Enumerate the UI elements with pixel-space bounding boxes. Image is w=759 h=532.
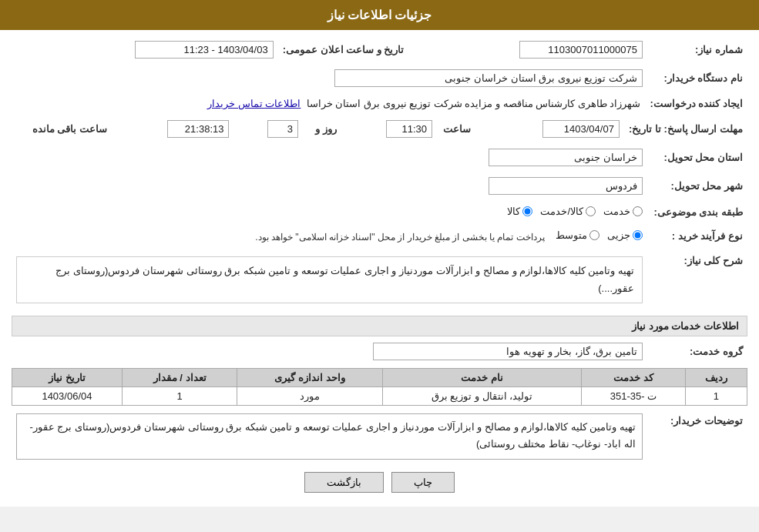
table-row: 1ت -35-351تولید، انتقال و توزیع برقمورد1… (12, 386, 747, 405)
ijadKonande-link[interactable]: اطلاعات تماس خریدار (207, 98, 301, 109)
mohlatRoz-cell: 3 (233, 117, 303, 141)
tabaqe-label: طبقه بندی موضوعی: (647, 202, 747, 222)
noeFarayand-value: جزیی متوسط پرداخت تمام یا بخشی از مبلغ خ… (12, 226, 647, 246)
namDastgah-input: شرکت توزیع نیروی برق استان خراسان جنوبی (334, 69, 643, 87)
sharhKoli-value: تهیه وتامین کلیه کالاها،لوازم و مصالح و … (12, 250, 647, 309)
tabaqe-radio-group: خدمت کالا/خدمت کالا (507, 206, 643, 217)
tarikhSaat-input: 1403/04/03 - 11:23 (135, 41, 274, 59)
noeFarayand-label-jozi: جزیی (607, 229, 630, 241)
info-row-2: نام دستگاه خریدار: شرکت توزیع نیروی برق … (12, 66, 747, 90)
ijadKonande-value: شهرزاد طاهری کارشناس مناقصه و مزایده شرک… (12, 95, 645, 112)
mohlatRoz-input: 3 (267, 120, 298, 138)
grouhKhadamat-label: گروه خدمت: (647, 340, 747, 363)
back-button[interactable]: بازگشت (304, 472, 384, 493)
tozihatKharidar-value: تهیه وتامین کلیه کالاها،لوازم و مصالح و … (12, 410, 647, 463)
mohlatErsal-label: مهلت ارسال پاسخ: تا تاریخ: (624, 117, 747, 141)
sharhKoli-label: شرح کلی نیاز: (647, 250, 747, 309)
mohlatBaqi-label: ساعت باقی مانده (12, 117, 112, 141)
noeFarayand-note: پرداخت تمام یا بخشی از مبلغ خریدار از مح… (255, 232, 544, 243)
namDastgah-label: نام دستگاه خریدار: (647, 66, 747, 90)
noeFarayand-radio-group: جزیی متوسط (556, 229, 643, 241)
tabaqe-label-kala: کالا (507, 206, 520, 217)
noeFarayand-label: نوع فرآیند خرید : (647, 226, 747, 246)
noeFarayand-option-jozi[interactable]: جزیی (607, 229, 643, 241)
mohlatBaqi-cell: 21:38:13 (112, 117, 233, 141)
shahr-value: فردوس (12, 174, 647, 198)
services-table: ردیف کد خدمت نام خدمت واحد اندازه گیری ت… (12, 368, 747, 406)
tabaqe-option-kala[interactable]: کالا (507, 206, 532, 217)
tabaqe-option-khadamat[interactable]: خدمت (603, 206, 643, 217)
mohlatRoz-label: روز و (303, 117, 341, 141)
khadamat-section-title: اطلاعات خدمات مورد نیاز (12, 316, 747, 336)
shahr-label: شهر محل تحویل: (647, 174, 747, 198)
tabaqe-label-khadamat: خدمت (603, 206, 630, 217)
cell-vahed: مورد (237, 386, 382, 405)
tabaqe-radio-kala-khadamat[interactable] (586, 206, 596, 216)
col-radif: ردیف (685, 368, 747, 386)
cell-radif: 1 (685, 386, 747, 405)
col-namKhadamat: نام خدمت (382, 368, 581, 386)
ijadKonande-label: ایجاد کننده درخواست: (645, 95, 747, 112)
page-title: جزئیات اطلاعات نیاز (327, 8, 432, 22)
button-row: چاپ بازگشت (12, 472, 747, 493)
info-row-sharh: شرح کلی نیاز: تهیه وتامین کلیه کالاها،لو… (12, 250, 747, 309)
tabaqe-value: خدمت کالا/خدمت کالا (12, 202, 647, 222)
ostan-label: استان محل تحویل: (647, 146, 747, 169)
ostan-input: خراسان جنوبی (489, 149, 643, 166)
namDastgah-value: شرکت توزیع نیروی برق استان خراسان جنوبی (12, 66, 647, 90)
info-row-4: مهلت ارسال پاسخ: تا تاریخ: 1403/04/07 سا… (12, 117, 747, 141)
info-row-3: ایجاد کننده درخواست: شهرزاد طاهری کارشنا… (12, 95, 747, 112)
tozihatKharidar-text: تهیه وتامین کلیه کالاها،لوازم و مصالح و … (29, 421, 636, 450)
tabaqe-radio-kala[interactable] (522, 206, 532, 216)
info-row-8: نوع فرآیند خرید : جزیی متوسط پرداخت (12, 226, 747, 246)
grouhKhadamat-value: تامین برق، گاز، بخار و تهویه هوا (12, 340, 647, 363)
col-vahed: واحد اندازه گیری (237, 368, 382, 386)
mohlatTarikh-input: 1403/04/07 (542, 120, 620, 138)
sharhKoli-text: تهیه وتامین کلیه کالاها،لوازم و مصالح و … (55, 265, 634, 294)
shomareNiaz-value: 1103007011000075 (408, 38, 647, 62)
shomareNiaz-label: شماره نیاز: (647, 38, 747, 62)
tozihatKharidar-box: تهیه وتامین کلیه کالاها،لوازم و مصالح و … (16, 413, 643, 460)
info-row-grouh: گروه خدمت: تامین برق، گاز، بخار و تهویه … (12, 340, 747, 363)
grouhKhadamat-input: تامین برق، گاز، بخار و تهویه هوا (373, 343, 643, 360)
shahr-input: فردوس (489, 177, 643, 195)
ijadKonande-text: شهرزاد طاهری کارشناس مناقصه و مزایده شرک… (307, 98, 641, 109)
info-row-tozihat: توضیحات خریدار: تهیه وتامین کلیه کالاها،… (12, 410, 747, 463)
info-row-7: طبقه بندی موضوعی: خدمت کالا/خدمت (12, 202, 747, 222)
mohlatSaat-input: 11:30 (386, 120, 432, 138)
ostan-value: خراسان جنوبی (12, 146, 647, 169)
info-row-5: استان محل تحویل: خراسان جنوبی (12, 146, 747, 169)
noeFarayand-label-motevaset: متوسط (556, 229, 587, 241)
info-row-6: شهر محل تحویل: فردوس (12, 174, 747, 198)
mohlatBaqi-input: 21:38:13 (167, 120, 229, 138)
noeFarayand-option-motevaset[interactable]: متوسط (556, 229, 599, 241)
col-tarikh: تاریخ نیاز (12, 368, 123, 386)
cell-tarikh: 1403/06/04 (12, 386, 123, 405)
tozihatKharidar-label: توضیحات خریدار: (647, 410, 747, 463)
cell-namKhadamat: تولید، انتقال و توزیع برق (382, 386, 581, 405)
noeFarayand-radio-motevaset[interactable] (589, 230, 599, 240)
tabaqe-label-kala-khadamat: کالا/خدمت (540, 206, 583, 217)
col-tedad: تعداد / مقدار (122, 368, 237, 386)
tarikhSaat-value: 1403/04/03 - 11:23 (12, 38, 278, 62)
print-button[interactable]: چاپ (391, 472, 455, 493)
mohlatSaat-label: ساعت (437, 117, 475, 141)
cell-tedad: 1 (122, 386, 237, 405)
sharhKoli-box: تهیه وتامین کلیه کالاها،لوازم و مصالح و … (16, 256, 643, 303)
page-header: جزئیات اطلاعات نیاز (0, 0, 759, 30)
tabaqe-radio-khadamat[interactable] (633, 206, 643, 216)
info-row-1: شماره نیاز: 1103007011000075 تاریخ و ساع… (12, 38, 747, 62)
cell-kodKhadamat: ت -35-351 (582, 386, 686, 405)
tabaqe-option-kala-khadamat[interactable]: کالا/خدمت (540, 206, 596, 217)
mohlatSaat-cell: 11:30 (341, 117, 437, 141)
page-wrapper: جزئیات اطلاعات نیاز شماره نیاز: 11030070… (0, 0, 759, 507)
noeFarayand-radio-jozi[interactable] (633, 230, 643, 240)
tarikhSaat-label: تاریخ و ساعت اعلان عمومی: (278, 38, 409, 62)
main-content: شماره نیاز: 1103007011000075 تاریخ و ساع… (0, 30, 759, 507)
shomareNiaz-input: 1103007011000075 (519, 41, 643, 59)
col-kodKhadamat: کد خدمت (582, 368, 686, 386)
mohlatTarikh-cell: 1403/04/07 (475, 117, 624, 141)
